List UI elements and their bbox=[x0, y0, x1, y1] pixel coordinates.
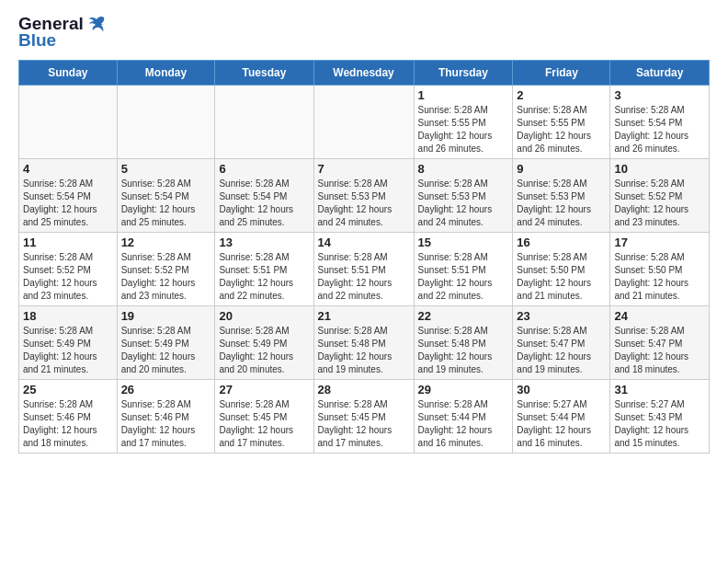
day-info: Sunrise: 5:28 AM Sunset: 5:45 PM Dayligh… bbox=[318, 398, 410, 450]
day-number: 23 bbox=[517, 309, 606, 323]
logo: General Blue bbox=[18, 14, 108, 51]
day-number: 3 bbox=[614, 88, 705, 102]
calendar-week-row: 25Sunrise: 5:28 AM Sunset: 5:46 PM Dayli… bbox=[19, 380, 710, 454]
day-number: 4 bbox=[23, 162, 113, 176]
day-info: Sunrise: 5:28 AM Sunset: 5:51 PM Dayligh… bbox=[418, 251, 509, 303]
calendar-cell: 3Sunrise: 5:28 AM Sunset: 5:54 PM Daylig… bbox=[610, 86, 710, 159]
calendar-cell: 11Sunrise: 5:28 AM Sunset: 5:52 PM Dayli… bbox=[19, 233, 118, 306]
calendar-cell: 17Sunrise: 5:28 AM Sunset: 5:50 PM Dayli… bbox=[610, 233, 710, 306]
calendar-cell: 25Sunrise: 5:28 AM Sunset: 5:46 PM Dayli… bbox=[19, 380, 118, 454]
calendar-cell: 27Sunrise: 5:28 AM Sunset: 5:45 PM Dayli… bbox=[215, 380, 313, 454]
day-info: Sunrise: 5:28 AM Sunset: 5:54 PM Dayligh… bbox=[614, 104, 705, 155]
header: General Blue bbox=[18, 14, 710, 51]
day-number: 24 bbox=[614, 309, 705, 323]
day-info: Sunrise: 5:28 AM Sunset: 5:51 PM Dayligh… bbox=[219, 251, 309, 303]
day-number: 6 bbox=[219, 162, 309, 176]
calendar-cell bbox=[117, 86, 215, 159]
day-info: Sunrise: 5:28 AM Sunset: 5:45 PM Dayligh… bbox=[219, 398, 309, 450]
day-info: Sunrise: 5:28 AM Sunset: 5:54 PM Dayligh… bbox=[23, 178, 113, 229]
day-number: 2 bbox=[517, 88, 606, 102]
calendar-cell: 23Sunrise: 5:28 AM Sunset: 5:47 PM Dayli… bbox=[513, 306, 610, 380]
logo-blue-text: Blue bbox=[18, 30, 56, 51]
day-number: 18 bbox=[23, 309, 113, 323]
day-number: 7 bbox=[318, 162, 410, 176]
calendar-cell: 13Sunrise: 5:28 AM Sunset: 5:51 PM Dayli… bbox=[215, 233, 313, 306]
day-number: 31 bbox=[614, 383, 705, 396]
day-info: Sunrise: 5:28 AM Sunset: 5:53 PM Dayligh… bbox=[318, 178, 410, 229]
day-info: Sunrise: 5:28 AM Sunset: 5:52 PM Dayligh… bbox=[23, 251, 113, 303]
day-number: 14 bbox=[318, 236, 410, 249]
day-info: Sunrise: 5:28 AM Sunset: 5:46 PM Dayligh… bbox=[23, 398, 113, 450]
weekday-header: Monday bbox=[117, 61, 215, 86]
day-info: Sunrise: 5:28 AM Sunset: 5:54 PM Dayligh… bbox=[219, 178, 309, 229]
day-number: 9 bbox=[517, 162, 606, 176]
calendar-cell: 9Sunrise: 5:28 AM Sunset: 5:53 PM Daylig… bbox=[513, 159, 610, 233]
day-number: 10 bbox=[614, 162, 705, 176]
day-number: 15 bbox=[418, 236, 509, 249]
day-number: 12 bbox=[121, 236, 211, 249]
day-info: Sunrise: 5:28 AM Sunset: 5:46 PM Dayligh… bbox=[121, 398, 211, 450]
calendar-cell: 8Sunrise: 5:28 AM Sunset: 5:53 PM Daylig… bbox=[414, 159, 513, 233]
day-number: 30 bbox=[517, 383, 606, 396]
day-info: Sunrise: 5:28 AM Sunset: 5:55 PM Dayligh… bbox=[418, 104, 509, 155]
calendar-table: SundayMondayTuesdayWednesdayThursdayFrid… bbox=[18, 60, 710, 454]
day-number: 27 bbox=[219, 383, 309, 396]
calendar-cell: 14Sunrise: 5:28 AM Sunset: 5:51 PM Dayli… bbox=[313, 233, 414, 306]
calendar-cell: 6Sunrise: 5:28 AM Sunset: 5:54 PM Daylig… bbox=[215, 159, 313, 233]
calendar-cell: 20Sunrise: 5:28 AM Sunset: 5:49 PM Dayli… bbox=[215, 306, 313, 380]
day-info: Sunrise: 5:28 AM Sunset: 5:49 PM Dayligh… bbox=[121, 325, 211, 376]
calendar-cell: 1Sunrise: 5:28 AM Sunset: 5:55 PM Daylig… bbox=[414, 86, 513, 159]
page: General Blue SundayMondayTuesdayWednesda… bbox=[0, 0, 728, 467]
day-number: 20 bbox=[219, 309, 309, 323]
calendar-cell: 19Sunrise: 5:28 AM Sunset: 5:49 PM Dayli… bbox=[117, 306, 215, 380]
calendar-cell: 30Sunrise: 5:27 AM Sunset: 5:44 PM Dayli… bbox=[513, 380, 610, 454]
day-info: Sunrise: 5:28 AM Sunset: 5:48 PM Dayligh… bbox=[418, 325, 509, 376]
day-info: Sunrise: 5:28 AM Sunset: 5:51 PM Dayligh… bbox=[318, 251, 410, 303]
calendar-cell: 26Sunrise: 5:28 AM Sunset: 5:46 PM Dayli… bbox=[117, 380, 215, 454]
weekday-header: Wednesday bbox=[313, 61, 414, 86]
day-number: 1 bbox=[418, 88, 509, 102]
calendar-cell: 22Sunrise: 5:28 AM Sunset: 5:48 PM Dayli… bbox=[414, 306, 513, 380]
calendar-week-row: 11Sunrise: 5:28 AM Sunset: 5:52 PM Dayli… bbox=[19, 233, 710, 306]
day-info: Sunrise: 5:28 AM Sunset: 5:48 PM Dayligh… bbox=[318, 325, 410, 376]
logo-bird-icon bbox=[87, 16, 108, 32]
day-info: Sunrise: 5:28 AM Sunset: 5:47 PM Dayligh… bbox=[614, 325, 705, 376]
day-number: 26 bbox=[121, 383, 211, 396]
day-number: 29 bbox=[418, 383, 509, 396]
day-number: 21 bbox=[318, 309, 410, 323]
calendar-cell: 16Sunrise: 5:28 AM Sunset: 5:50 PM Dayli… bbox=[513, 233, 610, 306]
weekday-row: SundayMondayTuesdayWednesdayThursdayFrid… bbox=[19, 61, 710, 86]
calendar-week-row: 18Sunrise: 5:28 AM Sunset: 5:49 PM Dayli… bbox=[19, 306, 710, 380]
weekday-header: Saturday bbox=[610, 61, 710, 86]
calendar-cell: 12Sunrise: 5:28 AM Sunset: 5:52 PM Dayli… bbox=[117, 233, 215, 306]
calendar-cell: 21Sunrise: 5:28 AM Sunset: 5:48 PM Dayli… bbox=[313, 306, 414, 380]
day-number: 22 bbox=[418, 309, 509, 323]
day-info: Sunrise: 5:27 AM Sunset: 5:44 PM Dayligh… bbox=[517, 398, 606, 450]
calendar-week-row: 4Sunrise: 5:28 AM Sunset: 5:54 PM Daylig… bbox=[19, 159, 710, 233]
day-info: Sunrise: 5:28 AM Sunset: 5:49 PM Dayligh… bbox=[219, 325, 309, 376]
calendar-cell: 28Sunrise: 5:28 AM Sunset: 5:45 PM Dayli… bbox=[313, 380, 414, 454]
calendar-cell: 24Sunrise: 5:28 AM Sunset: 5:47 PM Dayli… bbox=[610, 306, 710, 380]
day-info: Sunrise: 5:28 AM Sunset: 5:44 PM Dayligh… bbox=[418, 398, 509, 450]
day-info: Sunrise: 5:28 AM Sunset: 5:47 PM Dayligh… bbox=[517, 325, 606, 376]
calendar-body: 1Sunrise: 5:28 AM Sunset: 5:55 PM Daylig… bbox=[19, 86, 710, 454]
calendar-cell bbox=[215, 86, 313, 159]
day-info: Sunrise: 5:28 AM Sunset: 5:54 PM Dayligh… bbox=[121, 178, 211, 229]
day-number: 28 bbox=[318, 383, 410, 396]
weekday-header: Sunday bbox=[19, 61, 118, 86]
calendar-cell: 29Sunrise: 5:28 AM Sunset: 5:44 PM Dayli… bbox=[414, 380, 513, 454]
day-number: 8 bbox=[418, 162, 509, 176]
day-info: Sunrise: 5:28 AM Sunset: 5:50 PM Dayligh… bbox=[517, 251, 606, 303]
day-info: Sunrise: 5:28 AM Sunset: 5:50 PM Dayligh… bbox=[614, 251, 705, 303]
day-number: 16 bbox=[517, 236, 606, 249]
calendar-cell: 7Sunrise: 5:28 AM Sunset: 5:53 PM Daylig… bbox=[313, 159, 414, 233]
calendar-header: SundayMondayTuesdayWednesdayThursdayFrid… bbox=[19, 61, 710, 86]
day-info: Sunrise: 5:28 AM Sunset: 5:55 PM Dayligh… bbox=[517, 104, 606, 155]
calendar-cell: 4Sunrise: 5:28 AM Sunset: 5:54 PM Daylig… bbox=[19, 159, 118, 233]
calendar-cell: 18Sunrise: 5:28 AM Sunset: 5:49 PM Dayli… bbox=[19, 306, 118, 380]
day-number: 5 bbox=[121, 162, 211, 176]
calendar-cell bbox=[313, 86, 414, 159]
weekday-header: Tuesday bbox=[215, 61, 313, 86]
calendar-cell bbox=[19, 86, 118, 159]
weekday-header: Thursday bbox=[414, 61, 513, 86]
